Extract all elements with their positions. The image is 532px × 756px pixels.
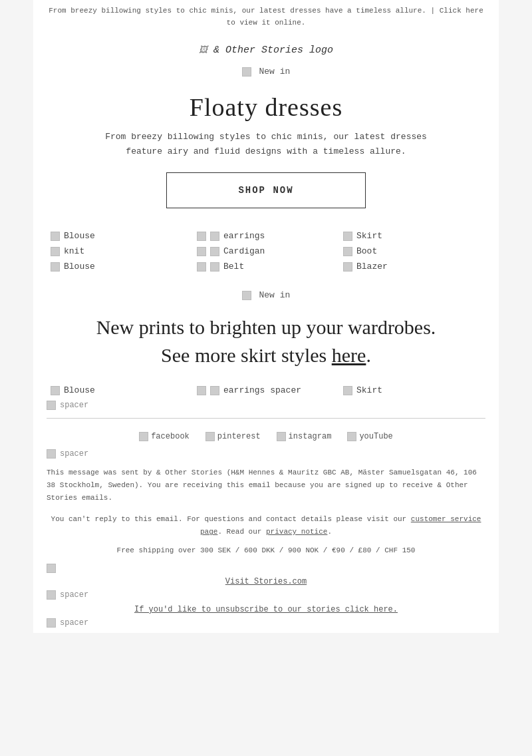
product-img-broken2 bbox=[210, 386, 219, 395]
footer-legal: This message was sent by & Other Stories… bbox=[33, 461, 499, 509]
spacer-row-1: spacer bbox=[33, 398, 499, 413]
list-item[interactable]: knit bbox=[47, 244, 193, 259]
new-in-icon-2 bbox=[242, 291, 251, 300]
product-img-broken bbox=[343, 247, 352, 256]
list-item[interactable]: Blazer bbox=[339, 259, 485, 274]
bottom-spacer-img bbox=[47, 618, 56, 628]
social-instagram[interactable]: instagram bbox=[277, 432, 332, 441]
footer-links: You can't reply to this email. For quest… bbox=[33, 509, 499, 542]
top-bar-text: From breezy billowing styles to chic min… bbox=[49, 7, 483, 27]
product-img-broken bbox=[343, 386, 352, 395]
youtube-icon bbox=[347, 432, 356, 441]
unsubscribe-row[interactable]: If you'd like to unsubscribe to our stor… bbox=[33, 602, 499, 616]
footer-shipping: Free shipping over 300 SEK / 600 DKK / 9… bbox=[33, 542, 499, 558]
product-img-broken bbox=[51, 386, 60, 395]
product-img-broken bbox=[197, 262, 206, 272]
new-in-section-2: New in bbox=[33, 274, 499, 307]
list-item[interactable]: Boot bbox=[339, 244, 485, 259]
product-label: Blazer bbox=[356, 262, 388, 272]
visit-spacer-1: spacer bbox=[33, 588, 499, 602]
list-item[interactable]: Blouse bbox=[47, 383, 193, 398]
new-prints-suffix: . bbox=[366, 344, 371, 366]
product-label: earrings spacer bbox=[223, 385, 301, 395]
product-label: Blouse bbox=[64, 385, 95, 395]
pinterest-label: pinterest bbox=[217, 432, 261, 441]
product-label: Skirt bbox=[356, 385, 382, 395]
new-in-icon bbox=[242, 67, 251, 77]
hero-description: From breezy billowing styles to chic min… bbox=[33, 130, 499, 172]
product-img-broken bbox=[197, 247, 206, 256]
youtube-label: youTube bbox=[359, 432, 392, 441]
product-img-broken2 bbox=[210, 247, 219, 256]
product-img-broken bbox=[51, 232, 60, 241]
facebook-label: facebook bbox=[151, 432, 190, 441]
product-img-broken bbox=[51, 262, 60, 272]
product-label: Belt bbox=[223, 262, 244, 272]
logo-area: 🖼 & Other Stories logo bbox=[33, 34, 499, 61]
pinterest-icon bbox=[205, 432, 215, 441]
social-pinterest[interactable]: pinterest bbox=[205, 432, 261, 441]
instagram-label: instagram bbox=[289, 432, 332, 441]
shipping-text: Free shipping over 300 SEK / 600 DKK / 9… bbox=[117, 546, 416, 554]
spacer-label-1: spacer bbox=[60, 401, 88, 410]
product-label: earrings bbox=[223, 231, 265, 241]
new-prints-section: New prints to brighten up your wardrobes… bbox=[33, 307, 499, 383]
product-label: Blouse bbox=[64, 262, 95, 272]
new-prints-line2-prefix: See more skirt styles bbox=[161, 344, 332, 366]
new-in-section: New in bbox=[33, 61, 499, 79]
list-item[interactable]: Blouse bbox=[47, 259, 193, 274]
visit-stories-img-row bbox=[33, 558, 499, 576]
social-youtube[interactable]: youTube bbox=[347, 432, 392, 441]
top-bar: From breezy billowing styles to chic min… bbox=[33, 0, 499, 34]
spacer-row-2: spacer bbox=[33, 447, 499, 461]
unsubscribe-link[interactable]: If you'd like to unsubscribe to our stor… bbox=[134, 605, 398, 614]
divider bbox=[47, 418, 485, 419]
privacy-link[interactable]: privacy notice bbox=[266, 528, 327, 536]
visit-stories-link-row[interactable]: Visit Stories.com bbox=[33, 576, 499, 588]
list-item[interactable]: Cardigan bbox=[193, 244, 339, 259]
list-item[interactable]: earrings bbox=[193, 228, 339, 244]
list-item[interactable]: Belt bbox=[193, 259, 339, 274]
product-grid-2: Blouse earrings spacer Skirt bbox=[33, 383, 499, 398]
product-img-broken bbox=[197, 386, 206, 395]
product-label: Boot bbox=[356, 246, 377, 256]
product-img-broken bbox=[197, 232, 206, 241]
spacer-img-2 bbox=[47, 449, 56, 459]
product-label: knit bbox=[64, 246, 84, 256]
list-item[interactable]: Skirt bbox=[339, 228, 485, 244]
visit-spacer-label-1: spacer bbox=[60, 590, 88, 600]
list-item[interactable]: Blouse bbox=[47, 228, 193, 244]
bottom-spacer: spacer bbox=[33, 616, 499, 633]
list-item[interactable]: earrings spacer bbox=[193, 383, 339, 398]
new-in-label-2: New in bbox=[259, 290, 291, 300]
social-facebook[interactable]: facebook bbox=[139, 432, 190, 441]
privacy-suffix: . bbox=[327, 528, 332, 536]
product-img-broken bbox=[343, 262, 352, 272]
spacer-label-2: spacer bbox=[60, 449, 88, 459]
new-prints-line1: New prints to brighten up your wardrobes… bbox=[96, 316, 436, 338]
hero-title: Floaty dresses bbox=[33, 79, 499, 130]
product-label: Cardigan bbox=[223, 246, 265, 256]
product-img-broken2 bbox=[210, 262, 219, 272]
social-row: facebook pinterest instagram youTube bbox=[33, 424, 499, 447]
new-in-label: New in bbox=[259, 67, 291, 77]
product-img-broken bbox=[51, 247, 60, 256]
product-label: Skirt bbox=[356, 231, 382, 241]
reply-text: You can't reply to this email. For quest… bbox=[51, 515, 411, 523]
privacy-prefix: . Read our bbox=[217, 528, 266, 536]
product-img-broken bbox=[343, 232, 352, 241]
here-link[interactable]: here bbox=[332, 344, 366, 366]
product-img-broken2 bbox=[210, 232, 219, 241]
facebook-icon bbox=[139, 432, 148, 441]
visit-stories-broken-img bbox=[47, 564, 56, 573]
visit-stories-link[interactable]: Visit Stories.com bbox=[225, 577, 307, 586]
bottom-spacer-label: spacer bbox=[60, 618, 88, 628]
product-label: Blouse bbox=[64, 231, 95, 241]
list-item[interactable]: Skirt bbox=[339, 383, 485, 398]
visit-spacer-img-1 bbox=[47, 590, 56, 600]
footer-legal-text: This message was sent by & Other Stories… bbox=[47, 469, 477, 501]
product-grid-1: Blouse earrings Skirt knit Cardigan Boot… bbox=[33, 228, 499, 274]
instagram-icon bbox=[277, 432, 286, 441]
logo-text: & Other Stories logo bbox=[213, 45, 333, 56]
shop-now-button[interactable]: SHOP NOW bbox=[166, 172, 366, 208]
